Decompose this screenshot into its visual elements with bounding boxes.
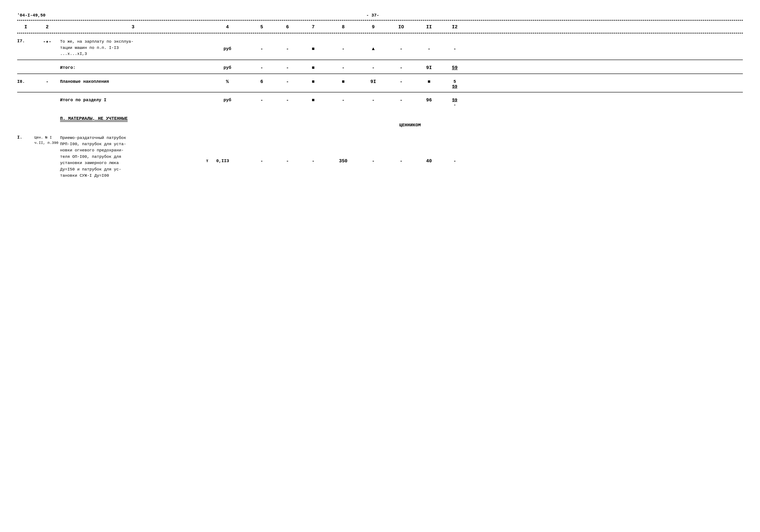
col-header-1: I — [17, 24, 34, 30]
item1-num: I. — [17, 135, 34, 140]
itogo2-c12: 59 - — [442, 98, 468, 108]
itogo2-c5: - — [249, 98, 274, 103]
itogo1-unit: руб — [206, 65, 249, 70]
itogo2-c7: ■ — [300, 98, 326, 103]
row-I7-unit: руб — [206, 39, 249, 51]
row-I8-c11: ■ — [416, 79, 442, 84]
row-I8-c12-line1: 5 — [442, 79, 468, 84]
item1-unit: т 0,II3 — [206, 135, 249, 163]
item1-unit-label: т — [206, 158, 209, 163]
row-I7-c12: - — [442, 39, 468, 52]
item1-c7: - — [300, 135, 326, 164]
col-header-2: 2 — [34, 24, 60, 30]
I8-bottom-line — [17, 92, 743, 92]
row-I8-c6: - — [274, 79, 300, 84]
itogo1-c6: - — [274, 65, 300, 70]
itogo2-c8: - — [326, 98, 360, 103]
table-row-I8: I8. - Плановые накопления % 6 - ■ ■ 9I -… — [17, 75, 743, 91]
itogo2-c6: - — [274, 98, 300, 103]
table-row: I7. -★- То же, на зарплату по эксплуа- т… — [17, 35, 743, 59]
row-I8-desc: Плановые накопления — [60, 79, 206, 84]
itogo2-c11: 96 — [416, 98, 442, 103]
itogo1-c8: - — [326, 65, 360, 70]
row-I8-c9: 9I — [360, 79, 386, 84]
col-header-9: 9 — [360, 24, 386, 30]
col-header-6: 6 — [274, 24, 300, 30]
row-I7-c8: - — [326, 39, 360, 52]
col-header-3: 3 — [60, 24, 206, 30]
page-header: '04-I-49,50 - 37- — [17, 13, 743, 18]
col-header-4: 4 — [206, 24, 249, 30]
itogo1-c10: - — [386, 65, 416, 70]
row-I7-c7: ■ — [300, 39, 326, 52]
itogo2-c12-line2: - — [442, 103, 468, 108]
item1-c12: - — [442, 135, 468, 164]
col-header-5: 5 — [249, 24, 274, 30]
row-I8-col2: - — [34, 79, 60, 84]
row-I8-c12: 5 59 — [442, 79, 468, 89]
row-I7-c10: - — [386, 39, 416, 52]
row-I8-c10: - — [386, 79, 416, 84]
item1-c8: 350 — [326, 135, 360, 164]
row-I7-c9: ▲ — [360, 39, 386, 52]
row-I7-desc: То же, на зарплату по эксплуа- тации маш… — [60, 39, 206, 57]
item1-ref: Цен. № I ч.II, п.390 — [34, 135, 60, 146]
row-I7-num: I7. — [17, 39, 34, 44]
item1-c6: - — [274, 135, 300, 164]
itogo1-bottom-line — [17, 73, 743, 74]
column-headers: I 2 3 4 5 6 7 8 9 IO II I2 — [17, 22, 743, 31]
item1-ref-line1: Цен. № I — [34, 135, 60, 141]
row-I8-c7: ■ — [300, 79, 326, 84]
itogo2-c9: - — [360, 98, 386, 103]
item1-c5: - — [249, 135, 274, 164]
table-row-item1: I. Цен. № I ч.II, п.390 Приемо-раздаточн… — [17, 128, 743, 181]
itogo2-c10: - — [386, 98, 416, 103]
col-header-7: 7 — [300, 24, 326, 30]
row-I8-c8: ■ — [326, 79, 360, 84]
row-I7-c11: - — [416, 39, 442, 52]
row-I8-c12-line2: 59 — [442, 84, 468, 89]
row-I7-c6: - — [274, 39, 300, 52]
item1-c10: - — [386, 135, 416, 164]
section2-title-line1: П. МАТЕРИАЛЫ, НЕ УЧТЕННЫЕ — [60, 116, 128, 122]
item1-c9: - — [360, 135, 386, 164]
item1-unit-val: 0,II3 — [216, 158, 229, 163]
item1-desc: Приемо-раздаточный патрубок ПРП-I00, пат… — [60, 135, 206, 179]
row-I7-bottom-line — [17, 60, 743, 60]
itogo2-unit: руб — [206, 98, 249, 103]
header-dashed-divider — [17, 33, 743, 33]
page-number: - 37- — [366, 13, 379, 18]
col-header-10: IO — [386, 24, 416, 30]
col-header-8: 8 — [326, 24, 360, 30]
section2-header: П. МАТЕРИАЛЫ, НЕ УЧТЕННЫЕ ЦЕННИКОМ — [60, 116, 743, 128]
itogo2-c12-line1: 59 — [442, 98, 468, 103]
item1-c11: 40 — [416, 135, 442, 164]
top-dashed-divider — [17, 20, 743, 21]
row-I7-col2: -★- — [34, 39, 60, 44]
itogo1-c9: - — [360, 65, 386, 70]
itogo1-c5: - — [249, 65, 274, 70]
table-row-itogo2: Итого по разделу I руб - - ■ - - - 96 59… — [17, 93, 743, 110]
doc-number: '04-I-49,50 — [17, 13, 45, 18]
row-I8-c5: 6 — [249, 79, 274, 84]
row-I8-num: I8. — [17, 79, 34, 84]
itogo1-label: Итого: — [60, 65, 206, 70]
itogo1-c12: 59 — [442, 65, 468, 70]
itogo2-label: Итого по разделу I — [60, 98, 206, 103]
item1-ref-line2: ч.II, п.390 — [34, 140, 60, 146]
col-header-12: I2 — [442, 24, 468, 30]
table-row-itogo1: Итого: руб - - ■ - - - 9I 59 — [17, 61, 743, 73]
row-I8-unit: % — [206, 79, 249, 84]
itogo1-c11: 9I — [416, 65, 442, 70]
row-I7-c5: - — [249, 39, 274, 52]
itogo1-c7: ■ — [300, 65, 326, 70]
section2-title-line2: ЦЕННИКОМ — [77, 123, 743, 128]
col-header-11: II — [416, 24, 442, 30]
